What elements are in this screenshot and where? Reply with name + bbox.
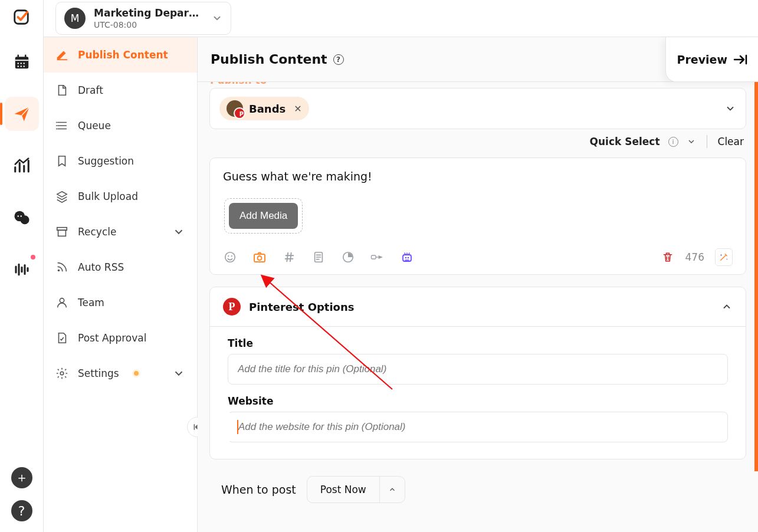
svg-point-32 <box>405 257 407 259</box>
pin-title-input[interactable] <box>228 354 728 385</box>
preview-button[interactable]: Preview <box>665 37 758 82</box>
svg-point-13 <box>17 215 19 217</box>
scrollbar-track[interactable] <box>754 82 758 471</box>
sidebar-item-post-approval[interactable]: Post Approval <box>44 320 197 356</box>
chevron-down-icon[interactable] <box>724 103 736 114</box>
remove-chip-icon[interactable]: ✕ <box>294 103 301 114</box>
svg-rect-2 <box>15 60 28 61</box>
sidebar-item-auto-rss[interactable]: Auto RSS <box>44 249 197 285</box>
layers-icon <box>55 190 68 203</box>
analytics-icon <box>13 157 31 175</box>
top-header: M Marketing Departm… UTC-08:00 <box>44 0 758 37</box>
char-count: 476 <box>685 251 704 263</box>
svg-point-21 <box>60 298 64 303</box>
add-media-button[interactable]: Add Media <box>229 203 298 229</box>
when-to-post-select[interactable]: Post Now <box>307 476 405 503</box>
main-scroll: Publish to P Bands ✕ Quick Select i Clea… <box>198 82 758 532</box>
settings-dot-icon <box>132 369 140 377</box>
gear-icon <box>55 367 68 380</box>
hashtag-icon[interactable] <box>282 250 296 264</box>
chat-bubbles-icon <box>13 209 31 226</box>
help-button[interactable]: ? <box>11 500 32 521</box>
svg-point-8 <box>23 65 25 67</box>
svg-point-7 <box>20 65 22 67</box>
svg-point-24 <box>228 255 229 257</box>
sidebar-item-label: Auto RSS <box>78 261 124 273</box>
rss-icon <box>55 261 68 274</box>
sidebar-item-queue[interactable]: Queue <box>44 108 197 143</box>
options-header[interactable]: P Pinterest Options <box>210 287 746 327</box>
clear-button[interactable]: Clear <box>718 136 744 147</box>
left-rail: ＋ ? <box>0 0 44 532</box>
svg-point-12 <box>20 215 29 224</box>
pinterest-options-card: P Pinterest Options Title Website <box>209 287 746 459</box>
sidebar-item-recycle[interactable]: Recycle <box>44 214 197 249</box>
options-title: Pinterest Options <box>249 301 355 313</box>
sidebar-item-suggestion[interactable]: Suggestion <box>44 143 197 179</box>
rail-analytics[interactable] <box>5 149 39 183</box>
svg-point-15 <box>56 122 57 123</box>
magic-wand-icon[interactable] <box>715 248 733 266</box>
svg-point-27 <box>258 256 262 260</box>
compose-textarea[interactable]: Guess what we're making! <box>210 158 746 196</box>
sidebar: Publish Content Draft Queue Suggestion B… <box>44 37 198 532</box>
when-to-post-label: When to post <box>221 483 296 496</box>
sidebar-item-label: Queue <box>78 120 111 132</box>
sidebar-item-settings[interactable]: Settings <box>44 356 197 391</box>
channel-avatar-icon: P <box>227 100 243 117</box>
preview-label: Preview <box>677 53 727 66</box>
workspace-name: Marketing Departm… <box>94 7 204 19</box>
pencil-icon <box>55 48 68 61</box>
document-icon <box>55 84 68 97</box>
workspace-avatar: M <box>64 8 86 29</box>
svg-point-17 <box>56 129 57 130</box>
pin-website-input[interactable] <box>228 412 728 442</box>
schedule-icon[interactable] <box>341 250 355 264</box>
ai-robot-icon[interactable] <box>400 250 414 264</box>
sidebar-item-label: Post Approval <box>78 332 146 344</box>
rail-inbox[interactable] <box>5 201 39 235</box>
text-caret-icon <box>237 420 238 434</box>
chevron-down-icon <box>212 13 222 24</box>
quick-select-label[interactable]: Quick Select <box>590 136 660 147</box>
when-to-post-row: When to post Post Now <box>209 459 746 503</box>
plus-icon: ＋ <box>15 469 28 487</box>
notification-dot-icon <box>31 255 35 260</box>
svg-point-23 <box>225 252 235 262</box>
trash-icon[interactable] <box>661 250 675 264</box>
channel-chip[interactable]: P Bands ✕ <box>219 97 309 120</box>
svg-rect-30 <box>372 255 376 259</box>
rail-publish[interactable] <box>5 97 39 131</box>
shortlink-icon[interactable] <box>370 250 385 264</box>
quick-select-row: Quick Select i Clear <box>209 129 746 154</box>
sidebar-item-label: Publish Content <box>78 49 168 61</box>
app-logo-icon <box>12 8 31 27</box>
workspace-switcher[interactable]: M Marketing Departm… UTC-08:00 <box>55 2 231 35</box>
chevron-up-icon <box>379 477 405 503</box>
compose-toolbar: 476 <box>210 239 746 274</box>
sidebar-item-team[interactable]: Team <box>44 285 197 320</box>
template-icon[interactable] <box>311 250 326 264</box>
paper-plane-icon <box>13 105 31 123</box>
archive-icon <box>55 225 68 238</box>
help-icon[interactable]: ? <box>333 54 344 65</box>
main-header: Publish Content ? Preview <box>198 37 758 82</box>
chevron-up-icon <box>721 301 733 313</box>
approval-icon <box>55 331 68 344</box>
team-icon <box>55 296 68 309</box>
sidebar-item-label: Bulk Upload <box>78 191 138 202</box>
info-icon[interactable]: i <box>668 137 678 147</box>
emoji-icon[interactable] <box>223 250 237 264</box>
add-button[interactable]: ＋ <box>11 467 32 488</box>
sidebar-item-label: Team <box>78 297 104 308</box>
when-to-post-value: Post Now <box>307 477 379 503</box>
rail-library[interactable] <box>5 252 39 287</box>
sidebar-item-bulk-upload[interactable]: Bulk Upload <box>44 179 197 214</box>
composer-card: Guess what we're making! Add Media 476 <box>209 157 746 275</box>
sidebar-item-publish-content[interactable]: Publish Content <box>44 37 197 73</box>
camera-icon[interactable] <box>252 250 267 264</box>
chevron-down-icon <box>172 367 185 380</box>
rail-calendar[interactable] <box>5 45 39 79</box>
sidebar-item-draft[interactable]: Draft <box>44 73 197 108</box>
chevron-down-icon[interactable] <box>687 137 696 146</box>
